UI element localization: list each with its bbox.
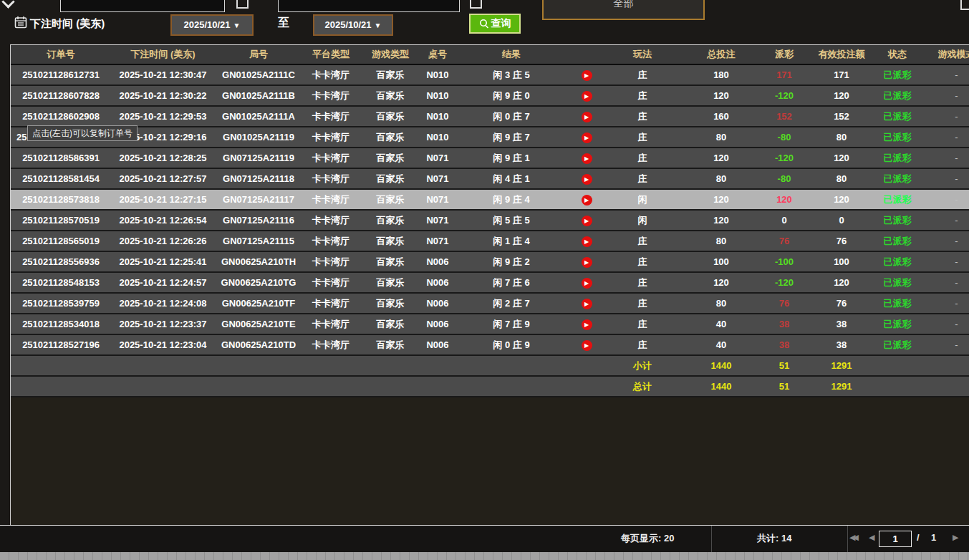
replay-video-icon[interactable]: ▶: [582, 112, 592, 122]
grand-total-row-valid-bet: 1291: [806, 376, 877, 397]
col-header-bet: 玩法: [604, 45, 680, 64]
cell-bet-time: 2025-10-21 12:23:37: [111, 314, 215, 334]
cell-empty: [111, 355, 215, 376]
bet-records-table: 订单号下注时间 (美东)局号平台类型游戏类型桌号结果玩法总投注派彩有效投注额状态…: [11, 45, 969, 397]
grand-total-row-total-bet: 1440: [680, 376, 762, 397]
cell-status: 已派彩: [877, 85, 918, 106]
cell-round-number: GN00625A210TH: [215, 251, 302, 272]
filter-input-2[interactable]: [278, 0, 460, 12]
cell-status: 已派彩: [877, 272, 918, 293]
cell-bet-time: 2025-10-21 12:30:47: [111, 64, 215, 85]
panel-bottom-border: [0, 525, 969, 526]
cell-platform-type: 卡卡湾厅: [302, 293, 360, 314]
query-button[interactable]: 查询: [469, 14, 521, 34]
table-row[interactable]: 252025-10-21 12:29:16GN01025A21119卡卡湾厅百家…: [11, 127, 969, 148]
first-page-icon[interactable]: ◀◀: [849, 533, 856, 542]
table-row[interactable]: 2510211285814542025-10-21 12:27:57GN0712…: [11, 168, 969, 189]
next-page-icon[interactable]: ▶: [953, 533, 958, 542]
replay-video-icon[interactable]: ▶: [582, 132, 592, 143]
table-row[interactable]: 2510211285481532025-10-21 12:24:57GN0062…: [11, 272, 969, 293]
cell-bet-time: 2025-10-21 12:28:25: [111, 148, 215, 168]
replay-video-icon[interactable]: ▶: [582, 216, 592, 226]
cell-order-number: 251021128548153: [11, 272, 111, 293]
cell-round-number: GN07125A21116: [215, 210, 302, 231]
cell-valid-bet: 120: [806, 272, 877, 293]
cell-order-number: 251021128570519: [11, 210, 111, 231]
table-row[interactable]: 2510211285271962025-10-21 12:23:04GN0062…: [11, 334, 969, 355]
platform-dropdown[interactable]: 全部: [542, 0, 705, 20]
cell-total-bet: 180: [680, 64, 762, 85]
cell-table-number: N010: [421, 85, 454, 106]
replay-video-icon[interactable]: ▶: [582, 70, 592, 81]
cell-payout: 152: [762, 106, 806, 127]
cell-result: 闲 4 庄 1: [454, 168, 569, 189]
cell-empty: [11, 376, 111, 397]
cell-play-type: 庄: [604, 85, 680, 106]
replay-video-icon[interactable]: ▶: [582, 236, 592, 247]
cell-play-type: 闲: [604, 210, 680, 231]
table-row[interactable]: 2510211286029082025-10-21 12:29:53GN0102…: [11, 106, 969, 127]
replay-video-icon[interactable]: ▶: [582, 340, 592, 351]
table-row[interactable]: 2510211285340182025-10-21 12:23:37GN0062…: [11, 314, 969, 334]
replay-video-icon[interactable]: ▶: [582, 91, 592, 102]
cell-total-bet: 120: [680, 210, 762, 231]
replay-video-icon[interactable]: ▶: [582, 153, 592, 164]
table-row[interactable]: 2510211285569362025-10-21 12:25:41GN0062…: [11, 251, 969, 272]
cell-valid-bet: 38: [806, 334, 877, 355]
cell-replay: ▶: [569, 272, 604, 293]
table-row[interactable]: 2510211285738182025-10-21 12:27:15GN0712…: [11, 189, 969, 210]
date-from-select[interactable]: 2025/10/21▼: [170, 14, 254, 36]
cell-empty: [215, 355, 302, 376]
table-row[interactable]: 2510211285650192025-10-21 12:26:26GN0712…: [11, 231, 969, 251]
cell-table-number: N071: [421, 189, 454, 210]
cell-game-mode: -: [918, 85, 969, 106]
cell-payout: -80: [762, 168, 806, 189]
cell-empty: [421, 376, 454, 397]
cell-game-type: 百家乐: [360, 127, 421, 148]
replay-video-icon[interactable]: ▶: [582, 257, 592, 268]
cell-round-number: GN00625A210TG: [215, 272, 302, 293]
cell-valid-bet: 80: [806, 168, 877, 189]
replay-video-icon[interactable]: ▶: [582, 174, 592, 185]
cell-replay: ▶: [569, 293, 604, 314]
cell-replay: ▶: [569, 85, 604, 106]
filter-input-1[interactable]: [60, 0, 225, 12]
cell-table-number: N006: [421, 272, 454, 293]
table-row[interactable]: 2510211286078282025-10-21 12:30:22GN0102…: [11, 85, 969, 106]
col-header-valid: 有效投注额: [806, 45, 877, 64]
previous-page-icon[interactable]: ◀: [869, 533, 874, 542]
cell-replay: ▶: [569, 64, 604, 85]
replay-video-icon[interactable]: ▶: [582, 195, 592, 206]
table-row[interactable]: 2510211285863912025-10-21 12:28:25GN0712…: [11, 148, 969, 168]
cell-bet-time: 2025-10-21 12:26:54: [111, 210, 215, 231]
cell-payout: 76: [762, 231, 806, 251]
table-row[interactable]: 2510211285705192025-10-21 12:26:54GN0712…: [11, 210, 969, 231]
cell-game-mode: -: [918, 334, 969, 355]
col-header-order: 订单号: [11, 45, 111, 64]
replay-video-icon[interactable]: ▶: [582, 299, 592, 309]
table-row[interactable]: 2510211285397592025-10-21 12:24:08GN0062…: [11, 293, 969, 314]
cell-game-type: 百家乐: [360, 334, 421, 355]
pagination-bar: 每页显示: 20 共计: 14 ◀◀ ◀ 1 / 1 ▶ 闲对 总数 20 蓝: [0, 526, 969, 552]
date-to-select[interactable]: 2025/10/21▼: [313, 14, 393, 36]
chevron-down-icon: [1, 0, 14, 9]
search-icon: [479, 19, 489, 29]
cell-status: 已派彩: [877, 127, 918, 148]
col-header-platform: 平台类型: [302, 45, 360, 64]
cell-status: 已派彩: [877, 168, 918, 189]
page-number-input[interactable]: 1: [879, 531, 912, 547]
table-row[interactable]: 2510211286127312025-10-21 12:30:47GN0102…: [11, 64, 969, 85]
cell-bet-time: 2025-10-21 12:25:41: [111, 251, 215, 272]
cell-valid-bet: 76: [806, 293, 877, 314]
replay-video-icon[interactable]: ▶: [582, 319, 592, 330]
cell-payout: -120: [762, 85, 806, 106]
cell-round-number: GN01025A2111A: [215, 106, 302, 127]
cell-valid-bet: 120: [806, 85, 877, 106]
cell-game-type: 百家乐: [360, 189, 421, 210]
cell-payout: 171: [762, 64, 806, 85]
cell-table-number: N071: [421, 148, 454, 168]
calendar-mini-icon: [470, 0, 482, 9]
cell-result: 闲 0 庄 9: [454, 334, 569, 355]
replay-video-icon[interactable]: ▶: [582, 278, 592, 289]
cell-platform-type: 卡卡湾厅: [302, 127, 360, 148]
